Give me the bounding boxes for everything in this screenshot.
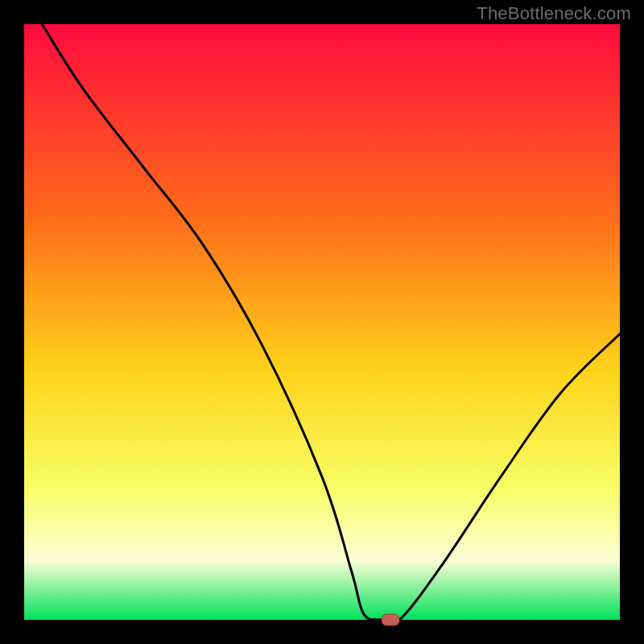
plot-background (24, 24, 620, 620)
optimal-point-marker (382, 614, 399, 625)
watermark-text: TheBottleneck.com (477, 3, 631, 24)
chart-stage: TheBottleneck.com (0, 0, 644, 644)
bottleneck-plot (0, 0, 644, 644)
